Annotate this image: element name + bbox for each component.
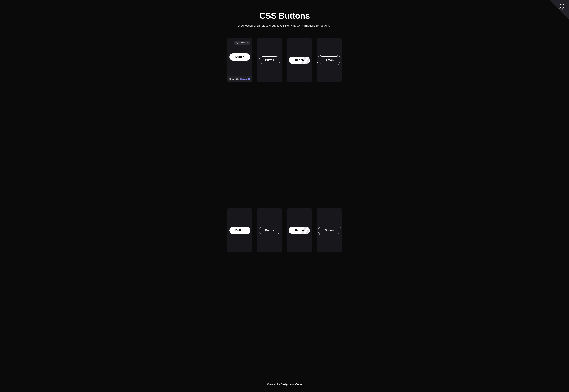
copy-css-label: Copy CSS [240, 42, 248, 44]
demo-button-outline[interactable]: Button [259, 227, 280, 234]
github-icon [559, 4, 565, 10]
card-body: Copy CSS Button [227, 38, 252, 76]
button-card: Copy CSS Button Created by Devraj DC [227, 38, 252, 82]
footer-created-by: Created by [267, 383, 281, 386]
card-body: Button [227, 208, 252, 252]
github-corner-link[interactable] [549, 0, 569, 20]
card-body: Button [257, 38, 282, 82]
card-body: Button [257, 208, 282, 252]
page-title: CSS Buttons [3, 11, 566, 21]
page-subtitle: A collection of simple and subtle CSS-on… [3, 24, 566, 27]
card-body: Button [317, 208, 342, 252]
button-card: Button [227, 208, 252, 252]
button-card: Button [317, 208, 342, 252]
demo-button-stripes-label: Button [295, 229, 304, 232]
card-body: Button [317, 38, 342, 82]
copy-css-button[interactable]: Copy CSS [234, 41, 250, 45]
button-card: Button [257, 208, 282, 252]
demo-button-stripes-label: Button [295, 58, 304, 62]
demo-button-outline[interactable]: Button [259, 56, 280, 64]
page-footer: Created by Design and Code [0, 378, 569, 392]
card-footer: Created by Devraj DC [227, 76, 252, 82]
clipboard-icon [236, 42, 238, 44]
demo-button-double-outline[interactable]: Button [318, 56, 341, 64]
card-footer-created-by: Created by [229, 78, 240, 80]
button-grid: Copy CSS Button Created by Devraj DC But… [218, 33, 351, 378]
card-body: Button [287, 38, 312, 82]
demo-button-stripes[interactable]: Button [289, 56, 310, 64]
page-header: CSS Buttons A collection of simple and s… [0, 0, 569, 33]
svg-rect-0 [237, 42, 238, 42]
demo-button-solid[interactable]: Button [229, 53, 250, 60]
button-card: Button [287, 208, 312, 252]
card-footer-author-link[interactable]: Devraj DC [240, 78, 250, 80]
button-card: Button [257, 38, 282, 82]
demo-button-solid[interactable]: Button [229, 227, 250, 234]
demo-button-stripes[interactable]: Button [289, 227, 310, 234]
button-card: Button [287, 38, 312, 82]
footer-brand-link[interactable]: Design and Code [281, 383, 302, 386]
demo-button-double-outline[interactable]: Button [318, 227, 341, 234]
card-body: Button [287, 208, 312, 252]
button-card: Button [317, 38, 342, 82]
